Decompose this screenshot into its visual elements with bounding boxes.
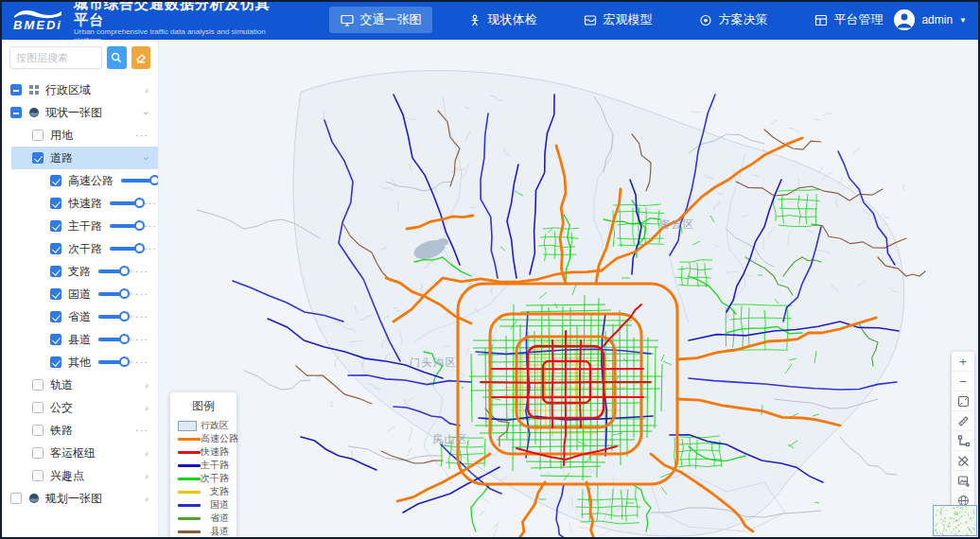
expand-arrow-down[interactable]: › <box>142 156 152 160</box>
legend-label: 支路 <box>201 485 229 498</box>
tree-item-高速公路[interactable]: 高速公路··· <box>0 169 158 192</box>
layer-menu-button[interactable]: ··· <box>144 199 157 209</box>
clear-drawing-button[interactable] <box>952 451 974 471</box>
slider-knob[interactable] <box>119 311 130 322</box>
tree-item-现状一张图[interactable]: 现状一张图› <box>0 101 158 124</box>
district-label: 门头沟区 <box>410 356 457 368</box>
opacity-slider-省道[interactable] <box>98 315 132 319</box>
tree-item-用地[interactable]: 用地··· <box>0 124 158 147</box>
checkbox-主干路[interactable] <box>50 220 61 232</box>
expand-arrow-down[interactable]: › <box>142 111 152 114</box>
checkbox-规划一张图[interactable] <box>10 493 22 504</box>
checkbox-其他[interactable] <box>50 356 61 368</box>
checkbox-现状一张图[interactable] <box>10 107 22 118</box>
tree-item-快速路[interactable]: 快速路··· <box>0 192 158 215</box>
checkbox-兴趣点[interactable] <box>32 470 44 481</box>
user-caret-icon: ▼ <box>959 16 967 25</box>
platform-icon <box>814 14 828 26</box>
legend-line-swatch <box>178 530 201 533</box>
slider-knob[interactable] <box>134 220 145 231</box>
layer-menu-button[interactable]: ··· <box>144 221 157 232</box>
tree-item-道路[interactable]: 道路› <box>11 147 158 169</box>
expand-arrow-right[interactable]: › <box>145 494 149 504</box>
slider-knob[interactable] <box>119 266 130 276</box>
expand-arrow-right[interactable]: › <box>145 471 149 481</box>
tree-item-主干路[interactable]: 主干路··· <box>0 215 158 237</box>
tree-item-次干路[interactable]: 次干路··· <box>0 237 158 260</box>
fit-extent-button[interactable] <box>952 391 974 411</box>
slider-knob[interactable] <box>119 356 130 367</box>
export-image-button[interactable] <box>952 471 974 491</box>
user-menu[interactable]: admin ▼ <box>894 9 967 30</box>
zoom-in-button[interactable]: + <box>952 352 974 372</box>
tab-宏观模型[interactable]: 宏观模型 <box>572 7 663 33</box>
layer-menu-button[interactable]: ··· <box>135 289 149 300</box>
expand-arrow-right[interactable]: › <box>145 448 149 459</box>
opacity-slider-支路[interactable] <box>98 270 132 273</box>
layer-menu-button[interactable]: ··· <box>135 426 149 436</box>
checkbox-公交[interactable] <box>32 402 44 413</box>
opacity-slider-主干路[interactable] <box>110 224 144 228</box>
layer-menu-button[interactable]: ··· <box>144 244 157 254</box>
slider-knob[interactable] <box>119 334 130 344</box>
map-canvas[interactable]: 密云区门头沟区房山区 <box>159 40 980 539</box>
layer-menu-button[interactable]: ··· <box>135 357 149 368</box>
tree-item-县道[interactable]: 县道··· <box>0 328 158 351</box>
tree-item-轨道[interactable]: 轨道› <box>0 374 158 396</box>
tree-item-兴趣点[interactable]: 兴趣点› <box>0 464 158 487</box>
search-button[interactable] <box>107 46 127 69</box>
expand-arrow-right[interactable]: › <box>145 403 149 413</box>
slider-knob[interactable] <box>134 243 145 253</box>
tree-item-国道[interactable]: 国道··· <box>0 283 158 305</box>
checkbox-用地[interactable] <box>32 130 44 141</box>
expand-arrow-right[interactable]: › <box>145 85 149 96</box>
tab-label: 现状体检 <box>487 11 536 28</box>
tree-item-行政区域[interactable]: 行政区域› <box>0 78 158 101</box>
slider-knob[interactable] <box>119 288 130 299</box>
tab-平台管理[interactable]: 平台管理 <box>803 7 894 33</box>
opacity-slider-快速路[interactable] <box>110 201 144 205</box>
tab-交通一张图[interactable]: 交通一张图 <box>329 7 432 33</box>
tree-item-label: 规划一张图 <box>45 491 102 507</box>
opacity-slider-国道[interactable] <box>98 292 132 296</box>
tree-item-其他[interactable]: 其他··· <box>0 351 158 374</box>
measure-area-button[interactable] <box>952 431 974 451</box>
tree-item-label: 公交 <box>50 400 73 416</box>
checkbox-省道[interactable] <box>50 311 61 322</box>
checkbox-铁路[interactable] <box>32 425 44 436</box>
checkbox-支路[interactable] <box>50 266 61 277</box>
checkbox-次干路[interactable] <box>50 243 61 254</box>
tab-现状体检[interactable]: 现状体检 <box>457 7 548 33</box>
clear-search-button[interactable] <box>131 46 151 69</box>
layer-menu-button[interactable]: ··· <box>135 267 149 277</box>
tree-item-支路[interactable]: 支路··· <box>0 260 158 283</box>
expand-arrow-right[interactable]: › <box>145 380 149 391</box>
checkbox-道路[interactable] <box>32 152 44 164</box>
layer-menu-button[interactable]: ··· <box>135 335 149 345</box>
tree-item-公交[interactable]: 公交› <box>0 396 158 419</box>
opacity-slider-次干路[interactable] <box>110 247 144 251</box>
checkbox-县道[interactable] <box>50 334 61 345</box>
checkbox-行政区域[interactable] <box>10 84 22 96</box>
tree-item-省道[interactable]: 省道··· <box>0 305 158 328</box>
slider-knob[interactable] <box>149 175 159 185</box>
checkbox-轨道[interactable] <box>32 379 44 391</box>
checkbox-高速公路[interactable] <box>50 175 61 186</box>
tree-item-铁路[interactable]: 铁路··· <box>0 419 158 442</box>
layer-menu-button[interactable]: ··· <box>135 312 149 322</box>
overview-map[interactable] <box>933 505 977 536</box>
slider-knob[interactable] <box>134 198 145 208</box>
checkbox-国道[interactable] <box>50 288 61 300</box>
opacity-slider-县道[interactable] <box>98 338 132 341</box>
layer-menu-button[interactable]: ··· <box>135 130 149 141</box>
tree-item-规划一张图[interactable]: 规划一张图› <box>0 487 158 510</box>
tree-item-客运枢纽[interactable]: 客运枢纽› <box>0 442 158 464</box>
tab-方案决策[interactable]: 方案决策 <box>688 7 779 33</box>
opacity-slider-高速公路[interactable] <box>121 179 155 183</box>
layer-search-input[interactable] <box>9 46 102 69</box>
checkbox-客运枢纽[interactable] <box>32 447 44 459</box>
zoom-out-button[interactable]: − <box>952 372 974 391</box>
opacity-slider-其他[interactable] <box>98 360 132 364</box>
measure-distance-button[interactable] <box>952 411 974 431</box>
checkbox-快速路[interactable] <box>50 198 61 209</box>
